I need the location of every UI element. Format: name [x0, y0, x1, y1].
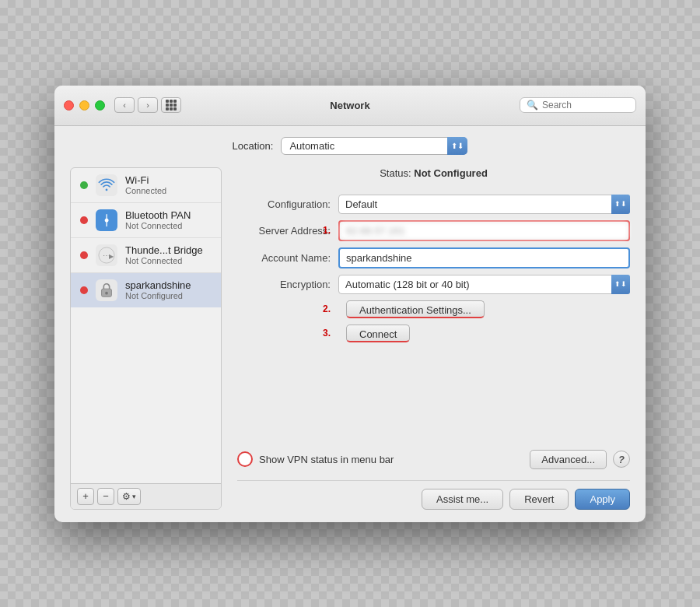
location-label: Location: — [233, 140, 274, 152]
close-button[interactable] — [64, 100, 74, 111]
status-line: Status: Not Configured — [237, 167, 630, 179]
location-select[interactable]: Automatic — [281, 137, 467, 155]
sidebar-footer: + − ⚙ ▾ — [71, 483, 221, 509]
svg-text:▶: ▶ — [109, 252, 114, 259]
content-area: Location: Automatic ⬆⬇ — [54, 126, 646, 522]
vpn-item-text: sparkandshine Not Configured — [125, 279, 191, 300]
search-box[interactable]: 🔍 — [520, 97, 636, 113]
bluetooth-status: Not Connected — [125, 221, 191, 230]
step1-label: 1. — [323, 225, 331, 236]
thunderbolt-name: Thunde...t Bridge — [125, 244, 203, 256]
thunderbolt-item-text: Thunde...t Bridge Not Connected — [125, 244, 203, 265]
auth-settings-button[interactable]: Authentication Settings... — [346, 300, 485, 318]
bluetooth-name: Bluetooth PAN — [125, 209, 191, 221]
vpn-status-checkbox[interactable] — [237, 451, 253, 467]
wifi-icon — [96, 174, 117, 196]
main-body: Wi-Fi Connected ⍿ Bluetooth PAN Not Conn… — [70, 167, 630, 510]
sidebar-item-thunderbolt[interactable]: ⋯ ▶ Thunde...t Bridge Not Connected — [71, 238, 221, 273]
traffic-lights — [64, 100, 105, 111]
connect-button[interactable]: Connect — [346, 325, 410, 342]
location-bar: Location: Automatic ⬆⬇ — [70, 137, 630, 155]
gear-menu-button[interactable]: ⚙ ▾ — [117, 488, 141, 505]
location-select-wrap: Automatic ⬆⬇ — [281, 137, 467, 155]
search-input[interactable] — [542, 100, 629, 111]
titlebar: ‹ › Network 🔍 — [54, 86, 646, 126]
bottom-section: Show VPN status in menu bar Advanced... … — [237, 434, 630, 510]
search-icon: 🔍 — [527, 100, 538, 111]
encryption-row: Encryption: Automatic (128 bit or 40 bit… — [237, 275, 630, 294]
sidebar: Wi-Fi Connected ⍿ Bluetooth PAN Not Conn… — [70, 167, 222, 510]
step3-label: 3. — [323, 328, 331, 339]
vpn-name: sparkandshine — [125, 279, 191, 291]
configuration-row: Configuration: Default ⬆⬇ — [237, 195, 630, 214]
network-window: ‹ › Network 🔍 Location: Automatic ⬆⬇ — [54, 86, 646, 522]
thunderbolt-icon: ⋯ ▶ — [96, 244, 117, 266]
encryption-select[interactable]: Automatic (128 bit or 40 bit) — [338, 275, 630, 294]
bluetooth-item-text: Bluetooth PAN Not Connected — [125, 209, 191, 230]
gear-icon: ⚙ — [122, 491, 131, 502]
vpn-icon — [96, 279, 117, 301]
account-name-row: Account Name: — [237, 247, 630, 268]
window-title: Network — [330, 100, 369, 111]
maximize-button[interactable] — [95, 100, 105, 111]
configuration-control: Default ⬆⬇ — [338, 195, 630, 214]
auth-settings-row: 2. Authentication Settings... — [237, 300, 630, 318]
forward-button[interactable]: › — [138, 97, 158, 113]
grid-button[interactable] — [161, 97, 181, 113]
remove-network-button[interactable]: − — [97, 488, 114, 505]
vpn-status-dot — [80, 286, 88, 294]
detail-panel: Status: Not Configured Configuration: De… — [222, 167, 630, 510]
vpn-status: Not Configured — [125, 291, 191, 300]
encryption-control: Automatic (128 bit or 40 bit) ⬆⬇ — [338, 275, 630, 294]
bluetooth-status-dot — [80, 216, 88, 224]
auth-settings-wrap: Authentication Settings... — [346, 300, 485, 318]
gear-chevron-icon: ▾ — [132, 493, 136, 500]
configuration-select[interactable]: Default — [338, 195, 630, 214]
connect-wrap: Connect — [346, 325, 410, 342]
help-button[interactable]: ? — [613, 451, 630, 468]
encryption-label: Encryption: — [237, 279, 338, 290]
step2-label: 2. — [323, 304, 331, 314]
account-name-input[interactable] — [338, 247, 630, 268]
server-address-control — [338, 220, 630, 241]
configuration-label: Configuration: — [237, 198, 338, 210]
sidebar-item-wifi[interactable]: Wi-Fi Connected — [71, 168, 221, 203]
form-section: Configuration: Default ⬆⬇ 1. Server Addr… — [237, 195, 630, 349]
status-value: Not Configured — [414, 167, 488, 179]
wifi-status-dot — [80, 181, 88, 189]
server-address-input[interactable] — [340, 222, 628, 240]
account-name-control — [338, 247, 630, 268]
advanced-button[interactable]: Advanced... — [530, 450, 607, 469]
minimize-button[interactable] — [79, 100, 89, 111]
thunderbolt-status-dot — [80, 251, 88, 259]
action-buttons: Assist me... Revert Apply — [237, 480, 630, 510]
wifi-status: Connected — [125, 186, 166, 195]
server-address-row: 1. Server Address: — [237, 220, 630, 241]
thunderbolt-status: Not Connected — [125, 256, 203, 265]
add-network-button[interactable]: + — [77, 488, 94, 505]
wifi-item-text: Wi-Fi Connected — [125, 174, 166, 195]
vpn-status-row: Show VPN status in menu bar Advanced... … — [237, 450, 630, 469]
svg-point-4 — [105, 291, 108, 294]
status-label: Status: — [380, 167, 411, 179]
wifi-name: Wi-Fi — [125, 174, 166, 186]
sidebar-item-vpn[interactable]: sparkandshine Not Configured — [71, 273, 221, 307]
vpn-status-label: Show VPN status in menu bar — [259, 454, 523, 465]
sidebar-list: Wi-Fi Connected ⍿ Bluetooth PAN Not Conn… — [71, 168, 221, 483]
connect-row: 3. Connect — [237, 325, 630, 342]
assist-button[interactable]: Assist me... — [422, 489, 503, 510]
account-name-label: Account Name: — [237, 252, 338, 264]
bluetooth-icon: ⍿ — [96, 209, 117, 231]
revert-button[interactable]: Revert — [509, 489, 569, 510]
apply-button[interactable]: Apply — [575, 489, 630, 510]
sidebar-item-bluetooth[interactable]: ⍿ Bluetooth PAN Not Connected — [71, 203, 221, 238]
nav-buttons: ‹ › — [114, 97, 158, 113]
grid-icon — [166, 100, 177, 111]
back-button[interactable]: ‹ — [114, 97, 135, 113]
